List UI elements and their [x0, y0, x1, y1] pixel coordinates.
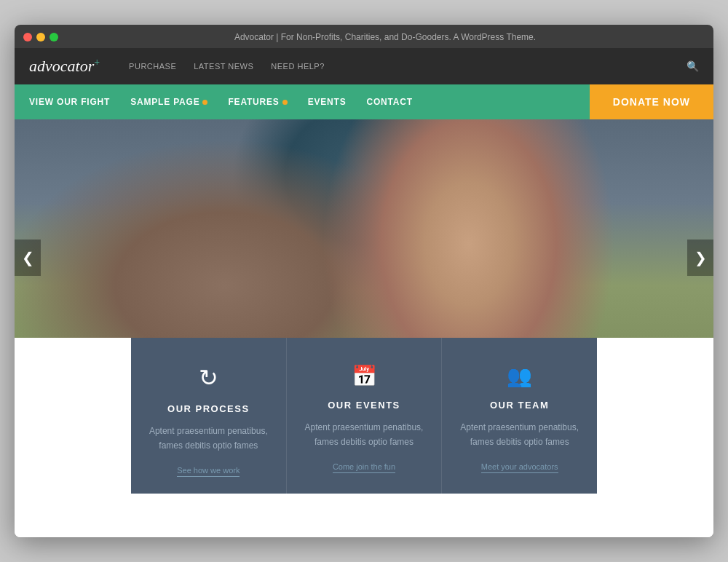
- dot-red[interactable]: [23, 33, 32, 41]
- card-events: 📅 OUR EVENTS Aptent praesentium penatibu…: [287, 338, 443, 493]
- dot-green[interactable]: [50, 33, 58, 41]
- info-cards: ↻ OUR PROCESS Aptent praesentium penatib…: [131, 338, 597, 493]
- browser-title: Advocator | For Non-Profits, Charities, …: [66, 32, 705, 42]
- top-nav-purchase[interactable]: PURCHASE: [129, 62, 176, 71]
- card-events-text: Aptent praesentium penatibus, fames debi…: [304, 421, 424, 448]
- main-nav-links: VIEW OUR FIGHT SAMPLE PAGE FEATURES EVEN…: [15, 84, 590, 119]
- top-nav-need-help[interactable]: NEED HELP?: [271, 62, 324, 71]
- process-icon: ↻: [149, 364, 269, 392]
- nav-dot-features: [282, 100, 288, 105]
- card-process: ↻ OUR PROCESS Aptent praesentium penatib…: [131, 338, 287, 493]
- browser-dots: [23, 33, 58, 41]
- card-team-link[interactable]: Meet your advocators: [481, 462, 558, 473]
- browser-chrome: Advocator | For Non-Profits, Charities, …: [15, 25, 713, 48]
- events-icon: 📅: [304, 364, 424, 388]
- top-bar: advocator+ PURCHASE LATEST NEWS NEED HEL…: [15, 48, 713, 84]
- card-events-title: OUR EVENTS: [304, 400, 424, 411]
- card-process-link[interactable]: See how we work: [177, 466, 240, 477]
- dot-yellow[interactable]: [36, 33, 45, 41]
- top-nav-latest-news[interactable]: LATEST NEWS: [194, 62, 253, 71]
- site-logo[interactable]: advocator+: [29, 57, 100, 76]
- card-team-text: Aptent praesentium penatibus, fames debi…: [459, 421, 579, 448]
- nav-sample-page[interactable]: SAMPLE PAGE: [130, 97, 207, 107]
- card-team: 👥 OUR TEAM Aptent praesentium penatibus,…: [442, 338, 597, 493]
- card-events-link[interactable]: Come join the fun: [333, 462, 395, 473]
- card-process-text: Aptent praesentium penatibus, fames debi…: [149, 424, 269, 452]
- main-navigation: VIEW OUR FIGHT SAMPLE PAGE FEATURES EVEN…: [15, 84, 713, 119]
- team-icon: 👥: [459, 364, 579, 388]
- nav-contact[interactable]: CONTACT: [366, 97, 412, 107]
- donate-now-button[interactable]: DONATE NOW: [590, 84, 713, 119]
- browser-window: Advocator | For Non-Profits, Charities, …: [15, 25, 713, 537]
- card-process-title: OUR PROCESS: [149, 403, 269, 414]
- hero-prev-arrow[interactable]: ❮: [15, 240, 41, 276]
- nav-features[interactable]: FEATURES: [228, 97, 287, 107]
- hero-next-arrow[interactable]: ❯: [687, 240, 713, 276]
- nav-view-our-fight[interactable]: VIEW OUR FIGHT: [29, 97, 110, 107]
- nav-events[interactable]: EVENTS: [308, 97, 347, 107]
- info-cards-wrapper: ↻ OUR PROCESS Aptent praesentium penatib…: [15, 338, 713, 537]
- nav-dot-sample: [202, 100, 207, 105]
- search-icon[interactable]: 🔍: [687, 60, 699, 72]
- top-navigation: PURCHASE LATEST NEWS NEED HELP?: [129, 62, 687, 71]
- bottom-white-area: [15, 494, 713, 537]
- card-team-title: OUR TEAM: [459, 400, 579, 411]
